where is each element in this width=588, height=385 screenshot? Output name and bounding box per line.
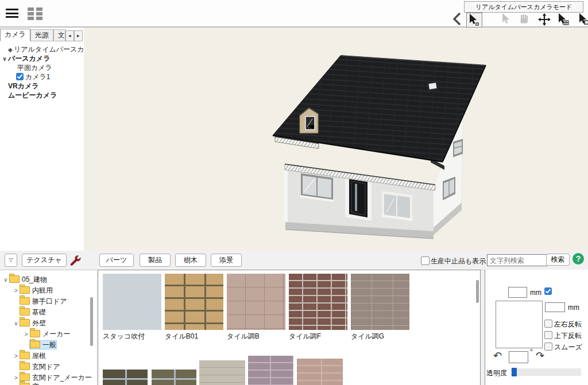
texture-thumb[interactable] bbox=[248, 356, 293, 385]
tree-item-movie-camera[interactable]: ムービーカメラ bbox=[0, 91, 84, 100]
chevron-closed-icon[interactable]: > bbox=[13, 285, 20, 296]
texture-thumb[interactable] bbox=[289, 274, 347, 330]
flip-vertical-checkbox[interactable] bbox=[544, 331, 552, 339]
folder-icon bbox=[20, 374, 30, 381]
mm-unit-label: mm bbox=[530, 289, 541, 297]
opacity-slider-handle[interactable] bbox=[512, 368, 517, 376]
folder-row[interactable]: ∨外壁 bbox=[13, 318, 46, 329]
product-button[interactable]: 製品 bbox=[140, 254, 171, 267]
pointer-tool-button[interactable] bbox=[500, 13, 514, 26]
diamond-icon: ◆ bbox=[8, 45, 14, 54]
rotate-right-icon[interactable]: ↷ bbox=[536, 351, 544, 361]
tree-button[interactable]: 樹木 bbox=[175, 254, 206, 267]
chevron-open-icon[interactable]: ∨ bbox=[13, 318, 20, 329]
camera-tree: ◆リアルタイムパースカメラ ∨パースカメラ 平面カメラ カメラ1 VRカメラ ム… bbox=[0, 45, 84, 100]
folder-icon bbox=[20, 352, 30, 359]
folder-row[interactable]: >内観用 bbox=[13, 285, 53, 296]
hamburger-menu-icon[interactable] bbox=[6, 9, 18, 18]
lock-aspect-checkbox[interactable] bbox=[544, 287, 552, 295]
select-tool-button[interactable] bbox=[466, 13, 482, 28]
tree-item-label: カメラ1 bbox=[25, 73, 51, 81]
chevron-open-icon[interactable]: ∨ bbox=[2, 55, 8, 63]
tab-scroll-left-icon[interactable]: ◂ bbox=[65, 30, 74, 41]
texture-thumb[interactable] bbox=[165, 274, 223, 330]
tree-item-label: ムービーカメラ bbox=[8, 91, 57, 99]
tab-camera[interactable]: カメラ bbox=[0, 29, 30, 41]
folder-row[interactable]: 基礎 bbox=[20, 307, 46, 318]
texture-thumb[interactable] bbox=[103, 370, 148, 385]
folder-icon bbox=[20, 308, 30, 316]
grid-view-icon[interactable] bbox=[28, 7, 43, 20]
top-menubar: リアルタイムパースカメラモード bbox=[0, 0, 588, 28]
pan-hand-tool-button[interactable] bbox=[517, 13, 532, 26]
flip-horizontal-label: 左右反転 bbox=[554, 320, 582, 329]
folder-label: 05_建物 bbox=[22, 275, 47, 283]
texture-button[interactable]: テクスチャ bbox=[22, 254, 67, 267]
dropdown-button[interactable]: ▽ bbox=[5, 254, 17, 267]
texture-scrollbar[interactable] bbox=[476, 280, 479, 303]
flip-horizontal-checkbox[interactable] bbox=[544, 320, 552, 328]
folder-label: 外壁 bbox=[32, 319, 46, 327]
folder-row[interactable]: 玄関ドア bbox=[20, 361, 60, 372]
texture-thumb[interactable] bbox=[152, 370, 196, 385]
texture-preview-box bbox=[496, 301, 543, 348]
discontinued-label: 生産中止品も表示 bbox=[431, 256, 486, 266]
chevron-open-icon[interactable]: ∨ bbox=[2, 274, 9, 285]
smooth-checkbox[interactable] bbox=[544, 343, 552, 351]
rotate-left-icon[interactable]: ↶ bbox=[493, 351, 502, 361]
parts-button[interactable]: パーツ bbox=[99, 254, 134, 267]
height-mm-input[interactable] bbox=[545, 302, 565, 312]
tab-scroll-right-icon[interactable]: ▸ bbox=[74, 30, 83, 41]
scenery-button[interactable]: 添景 bbox=[211, 254, 242, 267]
select-grid-tool-button[interactable] bbox=[556, 13, 571, 26]
wrench-icon[interactable] bbox=[69, 254, 82, 267]
folder-row[interactable]: 窓 bbox=[20, 382, 39, 385]
folder-label: 屋根 bbox=[32, 352, 46, 360]
opacity-slider-track[interactable] bbox=[511, 368, 581, 376]
folder-icon bbox=[30, 330, 40, 337]
width-mm-input[interactable] bbox=[508, 287, 527, 298]
texture-name: スタッコ吹付 bbox=[103, 332, 145, 341]
collapse-toolbar-chevron-icon[interactable] bbox=[452, 11, 462, 26]
tree-item-camera1[interactable]: カメラ1 bbox=[0, 72, 84, 81]
search-button[interactable]: 検索 bbox=[546, 254, 570, 266]
folder-row[interactable]: 勝手口ドア bbox=[20, 296, 67, 307]
tree-item-vr-camera[interactable]: VRカメラ bbox=[0, 81, 84, 91]
opacity-label: 透明度 bbox=[486, 368, 507, 378]
tab-text[interactable]: 文字 bbox=[53, 29, 65, 41]
texture-thumb[interactable] bbox=[297, 359, 343, 385]
rotation-angle-input[interactable] bbox=[509, 351, 528, 363]
search-input[interactable] bbox=[487, 254, 547, 266]
folder-icon bbox=[20, 297, 30, 305]
folder-scrollbar[interactable] bbox=[90, 297, 93, 346]
tree-item-plan-camera[interactable]: 平面カメラ bbox=[0, 63, 84, 72]
texture-thumb[interactable] bbox=[227, 274, 285, 330]
select-box-tool-button[interactable] bbox=[577, 13, 588, 26]
move-tool-button[interactable] bbox=[537, 13, 552, 26]
chevron-closed-icon[interactable]: > bbox=[23, 329, 30, 340]
folder-icon bbox=[20, 286, 30, 294]
tree-item-pers-camera[interactable]: ∨パースカメラ bbox=[0, 54, 84, 63]
tab-light[interactable]: 光源 bbox=[30, 29, 53, 41]
folder-label: 勝手口ドア bbox=[32, 297, 67, 305]
chevron-closed-icon[interactable]: > bbox=[13, 351, 20, 361]
discontinued-checkbox[interactable] bbox=[421, 256, 430, 265]
folder-row-selected[interactable]: 一般 bbox=[30, 340, 56, 351]
folder-icon bbox=[20, 363, 30, 370]
texture-thumb[interactable] bbox=[103, 274, 161, 330]
texture-thumb[interactable] bbox=[351, 274, 409, 330]
checked-checkbox-icon[interactable] bbox=[16, 73, 24, 80]
folder-row[interactable]: >メーカー bbox=[23, 329, 71, 340]
folder-row[interactable]: ∨05_建物 bbox=[2, 274, 47, 285]
tree-item-realtime-camera[interactable]: ◆リアルタイムパースカメラ bbox=[0, 45, 84, 54]
chevron-closed-icon[interactable]: > bbox=[13, 372, 20, 383]
folder-row[interactable]: >屋根 bbox=[13, 351, 46, 361]
texture-thumb[interactable] bbox=[199, 360, 245, 385]
folder-icon bbox=[20, 319, 30, 326]
mm-unit-label: mm bbox=[568, 304, 579, 312]
3d-viewport[interactable] bbox=[84, 28, 588, 251]
camera-panel: カメラ光源文字◂▸ ◆リアルタイムパースカメラ ∨パースカメラ 平面カメラ カメ… bbox=[0, 28, 84, 251]
texture-name: タイル調G bbox=[351, 332, 384, 341]
texture-properties-panel: mm mm 左右反転 上下反転 スムーズ ↶ ° ↷ 透明度 bbox=[485, 270, 588, 385]
help-icon[interactable]: ? bbox=[572, 253, 584, 265]
